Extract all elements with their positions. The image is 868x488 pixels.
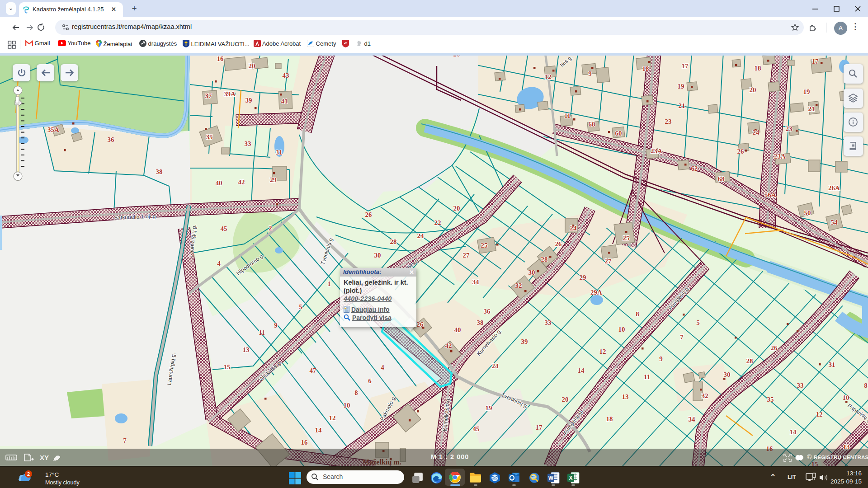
svg-text:32: 32 [702,392,708,399]
svg-text:18: 18 [606,415,613,422]
svg-text:11: 11 [259,329,265,336]
svg-text:60: 60 [615,130,622,137]
svg-text:54: 54 [831,219,838,226]
svg-text:26: 26 [555,240,562,248]
svg-text:26: 26 [771,344,778,352]
svg-text:W: W [548,475,554,481]
svg-text:39: 39 [245,97,252,104]
svg-text:14: 14 [315,427,322,434]
svg-text:4: 4 [217,260,221,267]
svg-text:26: 26 [737,148,745,155]
svg-text:22: 22 [434,219,441,226]
svg-text:24: 24 [492,362,499,370]
svg-text:68: 68 [718,175,725,183]
svg-text:39A: 39A [224,90,236,98]
svg-text:50: 50 [804,209,811,216]
svg-text:17: 17 [812,58,819,65]
svg-text:37: 37 [205,92,212,99]
svg-text:62: 62 [691,165,698,172]
svg-text:36: 36 [108,136,115,143]
svg-text:41: 41 [281,98,288,105]
svg-text:8: 8 [864,382,868,389]
svg-text:38: 38 [477,319,484,326]
svg-text:19: 19 [803,88,810,95]
svg-text:68: 68 [589,121,595,128]
svg-text:11: 11 [564,112,571,119]
svg-text:17: 17 [536,424,543,431]
svg-text:42: 42 [445,342,452,349]
svg-text:29: 29 [580,274,586,281]
svg-text:38: 38 [156,168,163,175]
svg-text:XY: XY [40,454,49,461]
svg-text:34: 34 [689,416,696,423]
svg-text:40: 40 [454,326,461,333]
svg-text:2: 2 [269,225,272,232]
svg-text:28: 28 [746,357,753,365]
svg-text:13: 13 [622,393,629,400]
svg-text:26: 26 [417,321,424,328]
svg-text:56A: 56A [764,191,776,198]
svg-text:39: 39 [521,338,528,345]
svg-text:8: 8 [636,310,639,318]
svg-text:19: 19 [486,404,492,412]
svg-text:20: 20 [750,86,756,94]
svg-text:47: 47 [310,367,317,374]
svg-text:21: 21 [679,102,685,109]
svg-text:29: 29 [270,176,277,183]
svg-text:24: 24 [570,225,577,232]
svg-text:20: 20 [562,396,569,403]
svg-text:35A: 35A [47,126,59,133]
svg-text:9: 9 [588,70,592,77]
svg-text:10: 10 [618,326,625,333]
svg-text:16: 16 [301,439,308,446]
svg-text:15: 15 [224,363,231,371]
svg-text:23: 23 [665,118,672,125]
svg-text:36: 36 [484,308,491,315]
svg-text:4: 4 [381,364,384,371]
svg-text:24: 24 [753,129,760,136]
svg-text:23: 23 [786,125,793,132]
svg-text:45: 45 [221,225,227,232]
svg-text:12: 12 [545,73,552,80]
svg-text:24: 24 [417,232,425,239]
svg-text:10: 10 [344,402,350,409]
svg-text:20: 20 [249,62,255,70]
svg-text:9: 9 [659,355,663,362]
svg-text:18: 18 [642,65,649,72]
svg-text:12: 12 [599,348,606,355]
svg-text:42: 42 [238,178,245,186]
svg-text:13: 13 [243,346,250,353]
svg-text:29A: 29A [590,289,602,296]
svg-text:27: 27 [605,258,612,265]
svg-text:33: 33 [545,319,552,326]
svg-text:30: 30 [528,269,535,276]
svg-text:5: 5 [696,319,700,326]
svg-text:23A: 23A [774,153,786,160]
svg-text:25: 25 [481,242,488,249]
svg-text:40: 40 [216,179,222,187]
svg-text:11: 11 [644,373,650,380]
svg-text:28: 28 [541,256,548,263]
svg-text:12: 12 [329,414,336,422]
svg-text:19: 19 [678,83,684,90]
svg-text:28: 28 [390,238,397,245]
svg-text:14: 14 [578,367,585,374]
svg-text:23A: 23A [651,147,662,155]
svg-text:8: 8 [354,389,358,396]
svg-text:35: 35 [206,133,213,141]
svg-text:1: 1 [327,280,331,287]
svg-text:30: 30 [374,252,381,259]
svg-text:16: 16 [217,55,224,62]
svg-text:18: 18 [755,65,761,72]
svg-text:12: 12 [816,411,823,418]
svg-text:31: 31 [276,149,283,156]
svg-text:34: 34 [472,278,480,286]
svg-text:7: 7 [123,437,127,444]
svg-text:32: 32 [515,282,522,289]
svg-text:45: 45 [473,425,480,432]
svg-text:43: 43 [283,72,289,79]
svg-text:6: 6 [368,377,372,385]
svg-text:2: 2 [27,471,30,477]
svg-text:10: 10 [843,394,849,401]
svg-text:5: 5 [299,303,302,310]
